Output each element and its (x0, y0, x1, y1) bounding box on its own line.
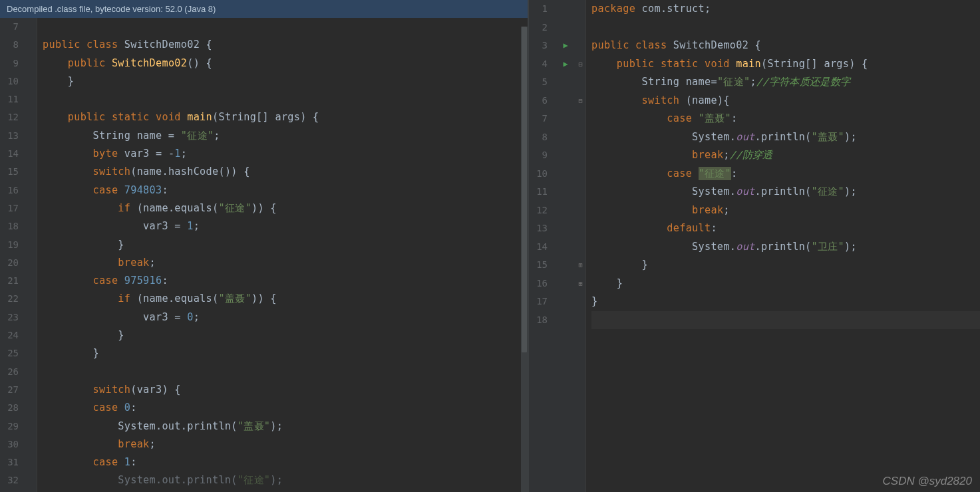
line-number[interactable]: 7 (529, 110, 548, 128)
line-number[interactable]: 27 (0, 381, 19, 399)
line-number[interactable]: 29 (0, 418, 19, 435)
code-line[interactable]: public class SwitchDemo02 { (43, 36, 528, 54)
line-number[interactable]: 11 (0, 90, 19, 108)
code-line[interactable]: public static void main(String[] args) { (43, 108, 528, 126)
code-line[interactable]: System.out.println("盖聂"); (591, 128, 980, 147)
line-number[interactable]: 17 (0, 199, 19, 217)
run-icon[interactable]: ▶ (556, 37, 575, 55)
line-number[interactable]: 14 (529, 238, 548, 257)
code-line[interactable]: public class SwitchDemo02 { (591, 37, 980, 55)
line-number[interactable]: 15 (529, 256, 548, 275)
code-line[interactable]: } (591, 293, 980, 311)
code-line[interactable]: var3 = 1; (43, 217, 528, 235)
line-number[interactable]: 9 (0, 55, 19, 72)
code-line[interactable]: String name="征途";//字符本质还是数字 (591, 73, 980, 92)
code-line[interactable]: } (591, 256, 980, 275)
code-line[interactable]: case 975916: (43, 272, 528, 290)
code-line[interactable]: case "盖聂": (591, 110, 980, 128)
code-line[interactable] (43, 363, 528, 381)
line-number[interactable]: 25 (0, 344, 19, 362)
line-number[interactable]: 12 (529, 201, 548, 220)
line-number[interactable]: 6 (529, 92, 548, 110)
line-number[interactable]: 3 (529, 37, 548, 55)
line-number[interactable]: 17 (529, 293, 548, 311)
left-scroll-thumb[interactable] (522, 27, 527, 352)
line-number[interactable]: 7 (0, 18, 19, 36)
code-line[interactable]: switch(name.hashCode()) { (43, 163, 528, 181)
line-number[interactable]: 4 (529, 55, 548, 74)
line-number[interactable]: 8 (529, 128, 548, 147)
code-line[interactable]: System.out.println("盖聂"); (43, 418, 528, 435)
line-number[interactable]: 31 (0, 453, 19, 471)
fold-close-icon[interactable]: ⊞ (575, 275, 585, 293)
code-line[interactable]: break; (43, 254, 528, 272)
code-line[interactable]: if (name.equals("征途")) { (43, 199, 528, 217)
line-number[interactable]: 5 (529, 73, 548, 92)
line-number[interactable]: 19 (0, 236, 19, 254)
left-code-area[interactable]: public class SwitchDemo02 { public Switc… (37, 18, 528, 492)
run-icon[interactable]: ▶ (556, 55, 575, 74)
code-line[interactable]: if (name.equals("盖聂")) { (43, 290, 528, 308)
code-line[interactable]: } (43, 326, 528, 344)
code-line[interactable]: switch (name){ (591, 92, 980, 110)
line-number[interactable]: 11 (529, 183, 548, 201)
line-number[interactable]: 1 (529, 0, 548, 19)
code-line[interactable]: package com.struct; (591, 0, 980, 19)
code-line[interactable] (591, 311, 980, 330)
fold-close-icon[interactable]: ⊞ (575, 256, 585, 275)
code-line[interactable]: String name = "征途"; (43, 127, 528, 145)
line-number[interactable]: 18 (0, 217, 19, 235)
code-line[interactable]: break; (591, 201, 980, 220)
code-line[interactable] (43, 18, 528, 36)
left-editor[interactable]: 7891011121314151617181920212223242526272… (0, 18, 528, 492)
line-number[interactable]: 8 (0, 36, 19, 54)
code-line[interactable]: case "征途": (591, 165, 980, 184)
line-number[interactable]: 28 (0, 399, 19, 417)
line-number[interactable]: 2 (529, 19, 548, 37)
code-line[interactable]: public SwitchDemo02() { (43, 55, 528, 72)
line-number[interactable]: 21 (0, 272, 19, 290)
code-line[interactable]: break; (43, 435, 528, 453)
code-line[interactable] (43, 90, 528, 108)
code-line[interactable]: System.out.println("征途"); (591, 183, 980, 201)
code-line[interactable]: System.out.println("卫庄"); (591, 238, 980, 257)
code-line[interactable]: case 0: (43, 399, 528, 417)
code-line[interactable]: var3 = 0; (43, 308, 528, 326)
code-line[interactable]: } (43, 344, 528, 362)
left-scrollbar[interactable] (521, 27, 528, 492)
right-code-area[interactable]: package com.struct;public class SwitchDe… (586, 0, 980, 492)
line-number[interactable]: 9 (529, 146, 548, 165)
code-line[interactable] (591, 19, 980, 37)
code-line[interactable]: } (43, 72, 528, 90)
code-line[interactable]: switch(var3) { (43, 381, 528, 399)
line-number[interactable]: 13 (529, 219, 548, 238)
code-line[interactable]: } (43, 236, 528, 254)
code-line[interactable]: break;//防穿透 (591, 146, 980, 165)
line-number[interactable]: 20 (0, 254, 19, 272)
fold-open-icon[interactable]: ⊟ (575, 92, 585, 110)
code-line[interactable]: } (591, 275, 980, 293)
code-line[interactable]: public static void main(String[] args) { (591, 55, 980, 74)
line-number[interactable]: 18 (529, 311, 548, 330)
line-number[interactable]: 23 (0, 308, 19, 326)
line-number[interactable]: 13 (0, 127, 19, 145)
line-number[interactable]: 26 (0, 363, 19, 381)
line-number[interactable]: 14 (0, 145, 19, 163)
code-line[interactable]: byte var3 = -1; (43, 145, 528, 163)
right-editor[interactable]: 123456789101112131415161718 ▶▶ ⊟⊟⊞⊞ pack… (529, 0, 980, 492)
line-number[interactable]: 30 (0, 435, 19, 453)
code-line[interactable]: System.out.println("征途"); (43, 471, 528, 489)
line-number[interactable]: 15 (0, 163, 19, 181)
line-number[interactable]: 16 (0, 182, 19, 199)
line-number[interactable]: 16 (529, 275, 548, 293)
line-number[interactable]: 24 (0, 326, 19, 344)
line-number[interactable]: 22 (0, 290, 19, 308)
line-number[interactable]: 32 (0, 471, 19, 489)
line-number[interactable]: 12 (0, 108, 19, 126)
code-line[interactable]: default: (591, 219, 980, 238)
code-line[interactable]: case 794803: (43, 182, 528, 199)
line-number[interactable]: 10 (529, 165, 548, 184)
fold-open-icon[interactable]: ⊟ (575, 55, 585, 74)
line-number[interactable]: 10 (0, 72, 19, 90)
code-line[interactable]: case 1: (43, 453, 528, 471)
